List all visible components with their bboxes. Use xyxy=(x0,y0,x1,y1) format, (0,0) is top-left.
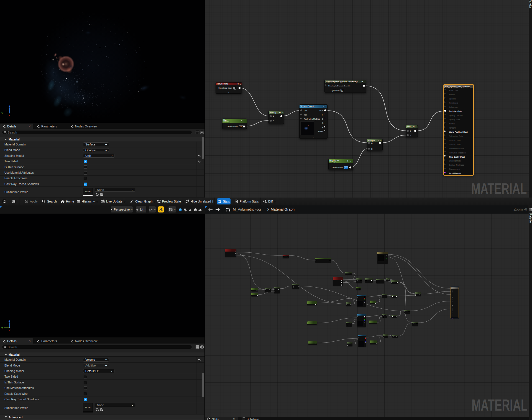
svg-text:Y: Y xyxy=(1,112,3,115)
svg-text:X: X xyxy=(9,114,11,117)
svg-text:X: X xyxy=(9,329,11,332)
svg-text:Z: Z xyxy=(9,319,10,322)
svg-text:Z: Z xyxy=(9,104,11,107)
svg-text:Y: Y xyxy=(1,326,3,329)
